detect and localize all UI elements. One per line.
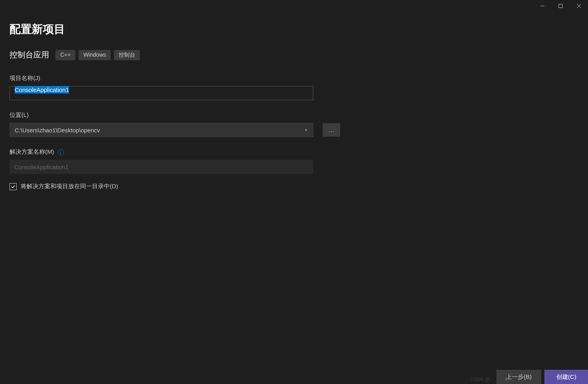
location-value: C:\Users\zhao1\Desktop\opencv [15, 127, 100, 134]
project-name-label: 项目名称(J) [10, 75, 578, 82]
template-row: 控制台应用 C++ Windows 控制台 [10, 50, 578, 60]
project-name-value: ConsoleApplication1 [15, 86, 69, 94]
create-button[interactable]: 创建(C) [544, 370, 588, 384]
title-bar [0, 0, 588, 12]
location-combo[interactable]: C:\Users\zhao1\Desktop\opencv ▼ [10, 123, 313, 137]
chevron-down-icon: ▼ [304, 128, 308, 132]
solution-name-input: ConsoleApplication1 [10, 160, 313, 174]
footer: 上一步(B) 创建(C) [496, 370, 588, 384]
same-directory-checkbox[interactable] [10, 183, 17, 190]
content-area: 配置新项目 控制台应用 C++ Windows 控制台 项目名称(J) Cons… [0, 12, 588, 200]
close-button[interactable] [570, 0, 588, 12]
location-row: C:\Users\zhao1\Desktop\opencv ▼ ... [10, 123, 578, 137]
solution-name-placeholder: ConsoleApplication1 [14, 164, 69, 170]
page-title: 配置新项目 [10, 22, 578, 37]
template-tags: C++ Windows 控制台 [56, 50, 140, 60]
checkmark-icon [11, 184, 15, 189]
solution-name-label: 解决方案名称(M) i [10, 148, 578, 156]
maximize-icon [559, 4, 563, 8]
info-icon[interactable]: i [57, 149, 64, 155]
svg-rect-1 [559, 4, 563, 8]
tag-cpp: C++ [56, 50, 75, 60]
watermark: CSDN @。。。萱 [470, 376, 509, 383]
browse-button[interactable]: ... [323, 123, 340, 137]
tag-console: 控制台 [114, 50, 140, 60]
project-name-input[interactable]: ConsoleApplication1 [10, 86, 313, 100]
minimize-button[interactable] [533, 0, 552, 12]
location-label: 位置(L) [10, 111, 578, 119]
template-name: 控制台应用 [10, 50, 49, 60]
same-directory-row: 将解决方案和项目放在同一目录中(D) [10, 183, 578, 190]
tag-windows: Windows [79, 50, 111, 60]
close-icon [577, 4, 581, 8]
same-directory-label[interactable]: 将解决方案和项目放在同一目录中(D) [21, 183, 118, 190]
solution-name-label-text: 解决方案名称(M) [10, 148, 54, 156]
minimize-icon [540, 4, 544, 8]
maximize-button[interactable] [552, 0, 570, 12]
